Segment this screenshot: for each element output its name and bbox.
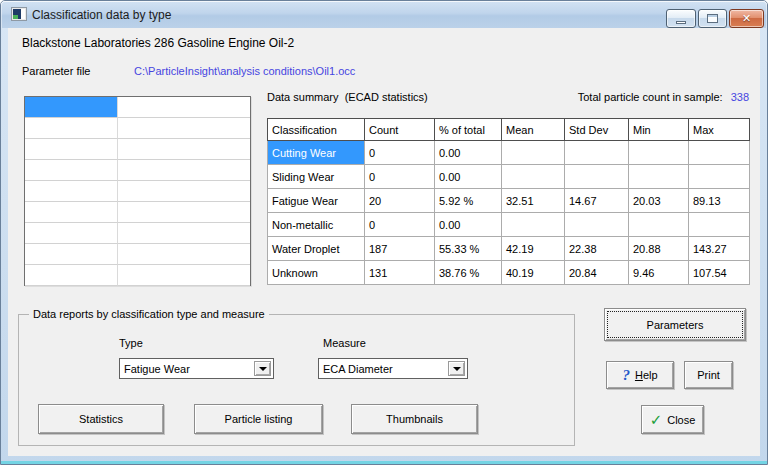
statistics-button[interactable]: Statistics bbox=[38, 404, 164, 434]
table-row[interactable]: Water Droplet18755.33 %42.1922.3820.8814… bbox=[268, 237, 750, 261]
table-cell[interactable] bbox=[502, 141, 565, 165]
list-cell[interactable] bbox=[25, 181, 118, 202]
maximize-button[interactable] bbox=[698, 9, 727, 28]
table-cell[interactable]: 0 bbox=[365, 165, 435, 189]
measure-dropdown-value: ECA Diameter bbox=[323, 363, 393, 375]
table-cell[interactable] bbox=[689, 141, 750, 165]
titlebar[interactable]: Classification data by type ✕ bbox=[1, 1, 767, 28]
list-row[interactable] bbox=[25, 181, 250, 202]
thumbnails-button[interactable]: Thumbnails bbox=[351, 404, 478, 434]
table-cell[interactable]: 5.92 % bbox=[435, 189, 502, 213]
table-cell[interactable]: 40.19 bbox=[502, 261, 565, 285]
type-dropdown-arrow-button[interactable] bbox=[254, 361, 271, 376]
list-cell[interactable] bbox=[118, 181, 250, 202]
table-row[interactable]: Sliding Wear00.00 bbox=[268, 165, 750, 189]
table-cell[interactable]: 20.84 bbox=[565, 261, 629, 285]
list-cell[interactable] bbox=[118, 118, 250, 139]
table-cell[interactable]: 0.00 bbox=[435, 213, 502, 237]
table-cell[interactable]: 38.76 % bbox=[435, 261, 502, 285]
measure-dropdown-arrow-button[interactable] bbox=[448, 361, 465, 376]
list-row[interactable] bbox=[25, 223, 250, 244]
table-row[interactable]: Fatigue Wear205.92 %32.5114.6720.0389.13 bbox=[268, 189, 750, 213]
table-cell[interactable]: 14.67 bbox=[565, 189, 629, 213]
table-row[interactable]: Non-metallic00.00 bbox=[268, 213, 750, 237]
table-cell[interactable] bbox=[689, 165, 750, 189]
list-row[interactable] bbox=[25, 118, 250, 139]
table-cell[interactable]: 107.54 bbox=[689, 261, 750, 285]
table-cell[interactable] bbox=[502, 165, 565, 189]
minimize-button[interactable] bbox=[666, 9, 696, 28]
close-button[interactable]: ✓ Close bbox=[641, 405, 704, 434]
list-row[interactable] bbox=[25, 97, 250, 118]
list-cell[interactable] bbox=[118, 265, 250, 286]
particle-listing-button[interactable]: Particle listing bbox=[194, 404, 323, 434]
table-row[interactable]: Unknown13138.76 %40.1920.849.46107.54 bbox=[268, 261, 750, 285]
parameter-file-path: C:\ParticleInsight\analysis conditions\O… bbox=[134, 65, 355, 77]
table-cell[interactable] bbox=[629, 141, 689, 165]
table-cell[interactable]: Cutting Wear bbox=[268, 141, 365, 165]
measure-label: Measure bbox=[323, 337, 366, 349]
help-button-label: Help bbox=[635, 369, 658, 381]
table-cell[interactable]: 131 bbox=[365, 261, 435, 285]
table-cell[interactable]: 187 bbox=[365, 237, 435, 261]
table-cell[interactable]: 20.03 bbox=[629, 189, 689, 213]
table-cell[interactable]: Unknown bbox=[268, 261, 365, 285]
table-cell[interactable]: Fatigue Wear bbox=[268, 189, 365, 213]
table-cell[interactable]: 89.13 bbox=[689, 189, 750, 213]
column-header: Mean bbox=[502, 119, 565, 141]
table-cell[interactable]: 20 bbox=[365, 189, 435, 213]
table-cell[interactable]: 9.46 bbox=[629, 261, 689, 285]
list-cell[interactable] bbox=[25, 160, 118, 181]
table-cell[interactable] bbox=[629, 165, 689, 189]
list-row[interactable] bbox=[25, 244, 250, 265]
table-cell[interactable] bbox=[565, 141, 629, 165]
list-row[interactable] bbox=[25, 139, 250, 160]
table-cell[interactable] bbox=[629, 213, 689, 237]
print-button[interactable]: Print bbox=[684, 361, 733, 389]
table-cell[interactable]: Non-metallic bbox=[268, 213, 365, 237]
list-cell[interactable] bbox=[25, 202, 118, 223]
table-cell[interactable]: 143.27 bbox=[689, 237, 750, 261]
close-window-button[interactable]: ✕ bbox=[729, 9, 764, 28]
table-cell[interactable]: 42.19 bbox=[502, 237, 565, 261]
list-cell[interactable] bbox=[25, 244, 118, 265]
list-row[interactable] bbox=[25, 265, 250, 286]
table-cell[interactable]: 0.00 bbox=[435, 141, 502, 165]
column-header: Max bbox=[689, 119, 750, 141]
table-cell[interactable]: 55.33 % bbox=[435, 237, 502, 261]
table-row[interactable]: Cutting Wear00.00 bbox=[268, 141, 750, 165]
table-cell[interactable] bbox=[565, 165, 629, 189]
list-cell[interactable] bbox=[118, 160, 250, 181]
table-cell[interactable]: 20.88 bbox=[629, 237, 689, 261]
list-row[interactable] bbox=[25, 160, 250, 181]
list-cell[interactable] bbox=[118, 244, 250, 265]
table-cell[interactable] bbox=[502, 213, 565, 237]
total-count-wrap: Total particle count in sample:338 bbox=[578, 91, 749, 103]
list-cell[interactable] bbox=[25, 223, 118, 244]
table-cell[interactable] bbox=[565, 213, 629, 237]
table-cell[interactable]: 0.00 bbox=[435, 165, 502, 189]
table-cell[interactable] bbox=[689, 213, 750, 237]
help-button[interactable]: ? Help bbox=[606, 361, 674, 389]
list-cell[interactable] bbox=[118, 97, 250, 118]
list-cell[interactable] bbox=[25, 118, 118, 139]
table-cell[interactable]: Sliding Wear bbox=[268, 165, 365, 189]
list-cell[interactable] bbox=[118, 139, 250, 160]
list-cell[interactable] bbox=[25, 97, 118, 118]
list-cell[interactable] bbox=[118, 223, 250, 244]
list-cell[interactable] bbox=[25, 265, 118, 286]
list-cell[interactable] bbox=[118, 202, 250, 223]
table-cell[interactable]: 0 bbox=[365, 213, 435, 237]
table-cell[interactable]: 32.51 bbox=[502, 189, 565, 213]
type-dropdown[interactable]: Fatigue Wear bbox=[119, 358, 274, 379]
table-cell[interactable]: 22.38 bbox=[565, 237, 629, 261]
parameters-button[interactable]: Parameters bbox=[604, 308, 746, 341]
table-cell[interactable]: 0 bbox=[365, 141, 435, 165]
column-header: Min bbox=[629, 119, 689, 141]
summary-header: Data summary (ECAD statistics) Total par… bbox=[267, 91, 749, 103]
reports-groupbox-label: Data reports by classification type and … bbox=[29, 308, 269, 320]
list-row[interactable] bbox=[25, 202, 250, 223]
measure-dropdown[interactable]: ECA Diameter bbox=[318, 358, 468, 379]
list-cell[interactable] bbox=[25, 139, 118, 160]
table-cell[interactable]: Water Droplet bbox=[268, 237, 365, 261]
